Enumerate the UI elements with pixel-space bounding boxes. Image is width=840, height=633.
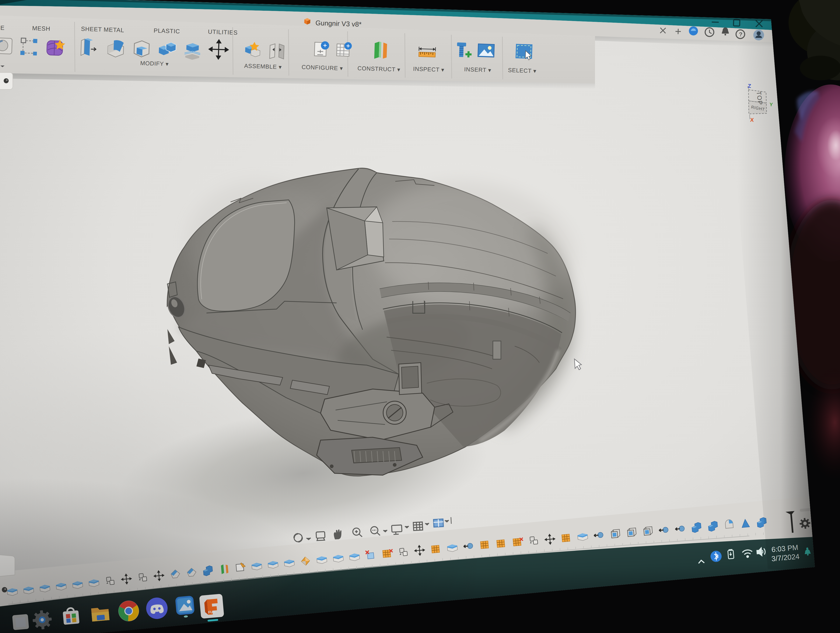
svg-text:Gungnir V3 v8*: Gungnir V3 v8* (316, 19, 362, 28)
svg-text:INSERT ▾: INSERT ▾ (464, 66, 491, 73)
svg-text:MODIFY ▾: MODIFY ▾ (140, 60, 169, 67)
svg-text:PLASTIC: PLASTIC (153, 27, 180, 35)
svg-text:ASSEMBLE ▾: ASSEMBLE ▾ (244, 63, 282, 70)
svg-text:UTILITIES: UTILITIES (208, 28, 238, 36)
svg-text:SELECT ▾: SELECT ▾ (508, 67, 537, 74)
svg-text:MESH: MESH (32, 25, 51, 32)
svg-text:INSPECT ▾: INSPECT ▾ (413, 65, 445, 73)
svg-text:E: E (0, 25, 4, 31)
